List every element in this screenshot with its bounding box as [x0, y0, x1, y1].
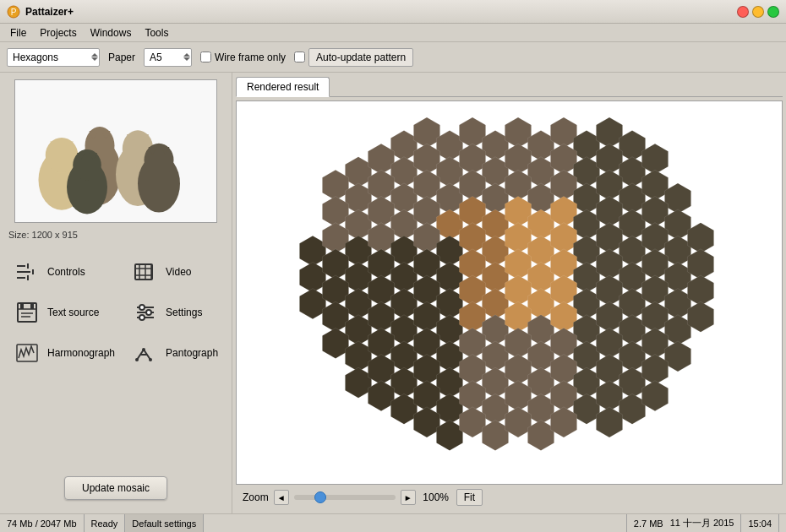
video-icon [132, 258, 159, 285]
statusbar: 74 Mb / 2047 Mb Ready Default settings 2… [0, 513, 786, 532]
toolbar: Hexagons Squares Triangles Circles Diamo… [0, 42, 786, 73]
tab-rendered-result[interactable]: Rendered result [236, 77, 330, 97]
svg-rect-7 [27, 275, 29, 280]
update-mosaic-button[interactable]: Update mosaic [64, 476, 167, 500]
svg-rect-17 [30, 303, 34, 309]
right-panel: Rendered result Zoom ◄ ► 100% Fit [232, 73, 786, 513]
main-content: Size: 1200 x 915 Controls [0, 73, 786, 513]
svg-text:P: P [11, 8, 17, 17]
paper-select[interactable]: A5 A4 A3 Letter [144, 48, 192, 67]
svg-rect-16 [20, 303, 24, 309]
zoom-label: Zoom [243, 491, 269, 503]
tools-grid: Controls Video [7, 253, 225, 372]
maximize-button[interactable] [767, 6, 779, 18]
minimize-button[interactable] [752, 6, 764, 18]
video-label: Video [166, 266, 191, 278]
zoom-percent: 100% [421, 491, 451, 503]
svg-rect-6 [32, 269, 34, 274]
harmonograph-label: Harmonograph [47, 347, 115, 359]
text-source-label: Text source [47, 307, 99, 318]
close-button[interactable] [737, 6, 749, 18]
svg-point-21 [139, 305, 145, 310]
wireframe-label: Wire frame only [215, 52, 286, 63]
svg-rect-4 [17, 277, 25, 279]
left-panel: Size: 1200 x 915 Controls [0, 73, 232, 513]
preview-image-container [14, 79, 217, 223]
auto-update-group: Auto-update pattern [294, 48, 413, 67]
preview-canvas [15, 80, 216, 222]
settings-button[interactable]: Settings [125, 294, 225, 331]
menu-projects[interactable]: Projects [33, 25, 83, 41]
status-filesize: 2.7 MB [626, 514, 663, 532]
menubar: File Projects Windows Tools [0, 24, 786, 42]
app-icon: P [7, 5, 20, 19]
status-time: 15:04 [741, 514, 779, 532]
update-btn-container: Update mosaic [7, 476, 225, 507]
settings-label: Settings [166, 307, 202, 318]
status-ready: Ready [85, 514, 126, 532]
menu-file[interactable]: File [3, 25, 33, 41]
menu-tools[interactable]: Tools [138, 25, 175, 41]
pantograph-button[interactable]: Pantograph [125, 334, 225, 372]
wireframe-checkbox[interactable] [200, 52, 211, 62]
svg-point-23 [146, 310, 151, 315]
wireframe-group: Wire frame only [200, 52, 286, 63]
svg-point-25 [139, 315, 145, 320]
rendered-canvas [265, 107, 755, 479]
menu-windows[interactable]: Windows [84, 25, 139, 41]
pantograph-icon [132, 339, 159, 366]
status-settings: Default settings [125, 514, 204, 532]
titlebar: P Pattaizer+ [0, 0, 786, 24]
controls-label: Controls [47, 266, 85, 278]
status-date: 11 十一月 2015 [663, 514, 742, 532]
fit-button[interactable]: Fit [456, 489, 483, 506]
auto-update-checkbox[interactable] [294, 52, 305, 62]
svg-point-32 [142, 348, 145, 351]
harmonograph-button[interactable]: Harmonograph [7, 334, 122, 372]
zoom-in-button[interactable]: ► [401, 490, 416, 505]
rendered-canvas-container [236, 100, 783, 485]
svg-point-30 [135, 358, 139, 361]
auto-update-button[interactable]: Auto-update pattern [308, 48, 413, 67]
svg-point-31 [149, 358, 152, 361]
text-source-icon [14, 299, 41, 326]
status-memory: 74 Mb / 2047 Mb [7, 514, 85, 532]
paper-select-wrapper: A5 A4 A3 Letter [144, 48, 192, 67]
controls-icon [14, 258, 41, 285]
paper-label: Paper [108, 52, 135, 63]
svg-rect-2 [17, 265, 25, 267]
settings-icon [132, 299, 159, 326]
svg-rect-5 [27, 263, 29, 269]
tab-bar: Rendered result [236, 76, 783, 97]
window-controls [737, 6, 779, 18]
svg-rect-3 [17, 271, 30, 273]
zoom-slider[interactable] [294, 495, 396, 500]
pattern-select[interactable]: Hexagons Squares Triangles Circles Diamo… [7, 48, 100, 67]
svg-rect-8 [135, 264, 152, 280]
image-size-label: Size: 1200 x 915 [7, 230, 225, 240]
zoom-bar: Zoom ◄ ► 100% Fit [236, 485, 783, 510]
pattern-select-wrapper: Hexagons Squares Triangles Circles Diamo… [7, 48, 100, 67]
pantograph-label: Pantograph [166, 347, 218, 359]
zoom-out-button[interactable]: ◄ [274, 490, 289, 505]
controls-button[interactable]: Controls [7, 253, 122, 290]
harmonograph-icon [14, 339, 41, 366]
text-source-button[interactable]: Text source [7, 294, 122, 331]
app-title: Pattaizer+ [25, 6, 732, 18]
video-button[interactable]: Video [125, 253, 225, 290]
